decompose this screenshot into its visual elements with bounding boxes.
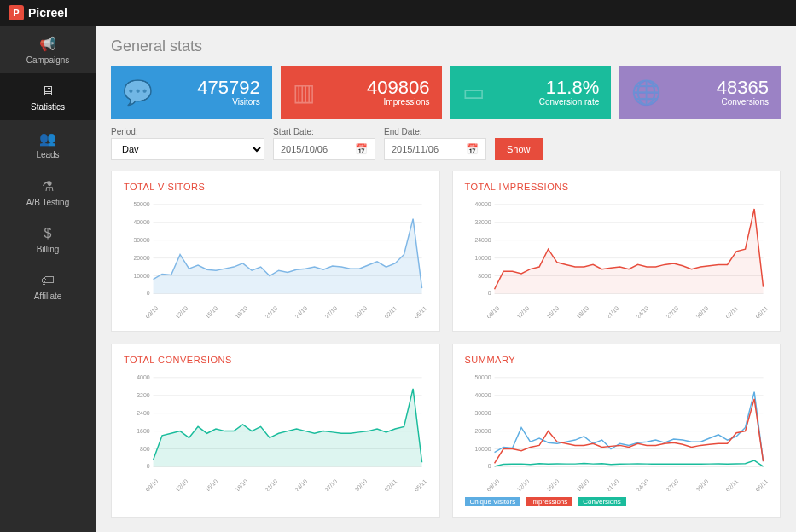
svg-text:30/10: 30/10 <box>694 478 709 491</box>
svg-text:3200: 3200 <box>137 392 150 398</box>
svg-text:30/10: 30/10 <box>353 478 368 491</box>
svg-text:12/10: 12/10 <box>515 478 530 491</box>
svg-text:15/10: 15/10 <box>204 478 218 491</box>
main-content: General stats 💬 475792 Visitors ▥ 409806… <box>96 26 796 532</box>
svg-text:16000: 16000 <box>474 255 491 261</box>
period-select[interactable]: Dav <box>111 138 264 160</box>
filters: Period: Dav Start Date: 2015/10/06 📅 End… <box>111 127 781 160</box>
legend-visitors: Unique Visitors <box>465 497 521 506</box>
svg-text:24/10: 24/10 <box>635 478 649 491</box>
svg-text:09/10: 09/10 <box>144 305 159 318</box>
sidebar-item-label: Leads <box>36 150 59 159</box>
svg-text:50000: 50000 <box>133 201 149 207</box>
sidebar-item-label: Affiliate <box>34 292 62 301</box>
summary-legend: Unique Visitors Impressions Conversions <box>465 497 769 506</box>
show-button[interactable]: Show <box>495 138 543 160</box>
svg-text:2400: 2400 <box>137 410 150 416</box>
card-visitors: 💬 475792 Visitors <box>111 66 272 119</box>
end-date-label: End Date: <box>384 127 486 136</box>
svg-text:15/10: 15/10 <box>545 305 560 318</box>
svg-text:09/10: 09/10 <box>485 305 500 318</box>
flask-icon: ⚗ <box>3 178 92 194</box>
svg-text:24/10: 24/10 <box>293 478 308 491</box>
svg-text:27/10: 27/10 <box>665 478 679 491</box>
svg-text:0: 0 <box>147 290 150 296</box>
svg-text:10000: 10000 <box>474 446 491 452</box>
svg-text:10000: 10000 <box>133 273 149 279</box>
chart-title: TOTAL VISITORS <box>124 182 427 192</box>
svg-text:32000: 32000 <box>474 219 491 225</box>
svg-text:12/10: 12/10 <box>174 305 189 318</box>
calendar-icon: 📅 <box>466 143 479 155</box>
chart-summary: SUMMARY 0100002000030000400005000009/101… <box>452 344 781 518</box>
users-icon: 👥 <box>3 130 92 147</box>
sidebar-item-label: Campaigns <box>26 55 70 65</box>
svg-text:21/10: 21/10 <box>605 305 619 318</box>
chart-icon: 🖥 <box>3 84 92 99</box>
sidebar-item-label: Statistics <box>31 102 65 112</box>
dollar-icon: $ <box>3 226 92 241</box>
chart-impressions: TOTAL IMPRESSIONS 0800016000240003200040… <box>452 171 781 332</box>
brand-name: Picreel <box>28 6 67 20</box>
chart-svg-conversions: 0800160024003200400009/1012/1015/1018/10… <box>124 372 427 491</box>
megaphone-icon: 📢 <box>3 36 92 52</box>
start-date-input[interactable]: 2015/10/06 📅 <box>273 138 375 160</box>
svg-text:40000: 40000 <box>133 219 149 225</box>
svg-text:40000: 40000 <box>474 392 491 398</box>
svg-text:05/11: 05/11 <box>754 305 768 318</box>
sidebar-item-statistics[interactable]: 🖥 Statistics <box>0 73 96 120</box>
svg-text:21/10: 21/10 <box>264 478 278 491</box>
logo: P Picreel <box>9 5 67 20</box>
card-impressions: ▥ 409806 Impressions <box>281 66 442 119</box>
card-label: Visitors <box>197 97 259 107</box>
svg-text:12/10: 12/10 <box>174 478 189 491</box>
svg-text:20000: 20000 <box>474 428 491 434</box>
page-title: General stats <box>111 38 781 55</box>
svg-text:24000: 24000 <box>474 237 491 243</box>
end-date-input[interactable]: 2015/11/06 📅 <box>384 138 486 160</box>
svg-text:30000: 30000 <box>474 410 491 416</box>
sidebar-item-leads[interactable]: 👥 Leads <box>0 120 96 168</box>
svg-text:27/10: 27/10 <box>323 305 338 318</box>
chart-svg-visitors: 0100002000030000400005000009/1012/1015/1… <box>124 199 427 318</box>
svg-text:09/10: 09/10 <box>144 478 159 491</box>
svg-text:15/10: 15/10 <box>545 478 560 491</box>
svg-text:18/10: 18/10 <box>234 478 248 491</box>
svg-text:02/11: 02/11 <box>724 305 739 318</box>
card-value: 11.8% <box>539 78 600 97</box>
svg-text:50000: 50000 <box>474 374 491 380</box>
sidebar-item-abtesting[interactable]: ⚗ A/B Testing <box>0 168 96 216</box>
sidebar: 📢 Campaigns 🖥 Statistics 👥 Leads ⚗ A/B T… <box>0 26 96 532</box>
svg-text:05/11: 05/11 <box>413 478 427 491</box>
svg-text:0: 0 <box>487 463 491 469</box>
chart-svg-impressions: 080001600024000320004000009/1012/1015/10… <box>465 199 769 318</box>
svg-text:30/10: 30/10 <box>694 305 709 318</box>
svg-text:21/10: 21/10 <box>264 305 278 318</box>
end-date-value: 2015/11/06 <box>392 144 439 154</box>
svg-text:0: 0 <box>147 463 150 469</box>
svg-text:27/10: 27/10 <box>665 305 679 318</box>
svg-text:30000: 30000 <box>133 237 149 243</box>
svg-text:02/11: 02/11 <box>383 478 398 491</box>
legend-conversions: Conversions <box>578 497 625 506</box>
svg-text:15/10: 15/10 <box>204 305 218 318</box>
end-date-filter: End Date: 2015/11/06 📅 <box>384 127 486 160</box>
svg-text:24/10: 24/10 <box>635 305 649 318</box>
chart-title: TOTAL IMPRESSIONS <box>465 182 769 192</box>
svg-text:02/11: 02/11 <box>383 305 398 318</box>
svg-text:800: 800 <box>140 446 150 452</box>
sidebar-item-billing[interactable]: $ Billing <box>0 216 96 263</box>
svg-text:20000: 20000 <box>133 255 149 261</box>
sidebar-item-campaigns[interactable]: 📢 Campaigns <box>0 26 96 73</box>
briefcase-icon: ▭ <box>462 78 485 107</box>
start-date-label: Start Date: <box>273 127 375 136</box>
logo-icon: P <box>9 5 24 20</box>
sidebar-item-affiliate[interactable]: 🏷 Affiliate <box>0 263 96 309</box>
sidebar-item-label: A/B Testing <box>26 198 69 207</box>
svg-text:12/10: 12/10 <box>515 305 530 318</box>
svg-text:18/10: 18/10 <box>575 478 590 491</box>
card-conversions: 🌐 48365 Conversions <box>619 66 781 119</box>
svg-text:0: 0 <box>487 290 491 296</box>
stat-cards: 💬 475792 Visitors ▥ 409806 Impressions ▭… <box>111 66 781 119</box>
chart-svg-summary: 0100002000030000400005000009/1012/1015/1… <box>465 372 769 491</box>
